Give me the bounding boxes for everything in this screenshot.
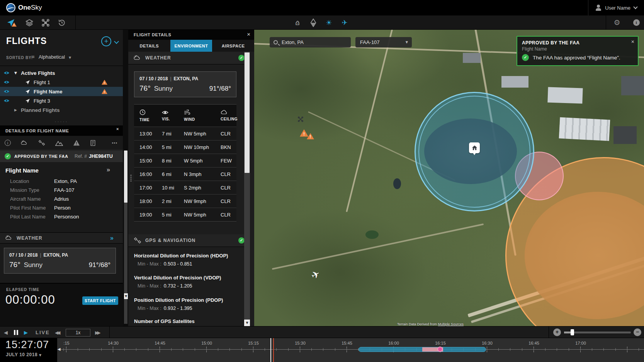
aircraft-layer-button[interactable]: ✈ [338, 15, 352, 30]
current-temp: 76° [9, 261, 20, 269]
timeline-collapse-button[interactable]: ◀ [58, 347, 61, 351]
flight-details-tabs: DETAILS ENVIRONMENT AIRSPACE [128, 40, 254, 52]
tab-airspace[interactable]: AIRSPACE [212, 40, 254, 52]
pause-button[interactable] [14, 326, 18, 338]
drone-icon [41, 19, 50, 27]
panel-resize-handle[interactable]: ····· [0, 119, 123, 124]
field-value: Exton, PA [54, 178, 77, 184]
terrain-attribution: Terrain Data Derived from Multiple Sourc… [397, 322, 464, 326]
terrain-tab-icon[interactable] [55, 140, 63, 146]
current-date[interactable]: JULY 10 2018 ▼ [6, 352, 42, 357]
map-warning-icon[interactable]: ! [300, 129, 308, 137]
weather-layer-button[interactable]: ☀ [322, 15, 336, 30]
collapse-caret-icon[interactable]: ▼ [14, 71, 17, 75]
weather-tab-icon[interactable] [21, 140, 28, 146]
alerts-tab-icon[interactable] [73, 140, 80, 146]
sort-icon: ≡ [31, 54, 35, 59]
tab-details[interactable]: DETAILS [128, 40, 170, 52]
map-zoom-slider[interactable] [564, 332, 631, 333]
zoom-in-button[interactable]: + [553, 328, 561, 336]
close-icon[interactable]: × [247, 31, 250, 37]
ref-label: Ref. # [75, 154, 87, 159]
flight-group-planned[interactable]: ▶ Planned Flights [0, 105, 123, 115]
add-flight-chevron-icon[interactable] [114, 39, 119, 44]
gps-section-bar[interactable]: GPS & NAVIGATION ✓ [128, 234, 250, 247]
expand-weather-chevron[interactable]: » [110, 235, 113, 242]
playback-speed[interactable]: 1x [66, 326, 90, 338]
flight-row-selected[interactable]: Flight Name ! [0, 87, 123, 96]
sidebar-scrollbar-thumb[interactable] [124, 151, 127, 203]
info-button[interactable]: i [630, 15, 643, 30]
flight-row-3[interactable]: Flight 3 [0, 96, 123, 105]
playhead-marker[interactable] [270, 338, 271, 362]
notes-tab-icon[interactable] [90, 140, 96, 146]
field-label: Mission Type [10, 187, 39, 193]
start-flight-button[interactable]: START FLIGHT [82, 296, 118, 305]
visibility-icon [162, 110, 168, 115]
flight-row-1[interactable]: Flight 1 ! [0, 78, 123, 87]
fast-forward-button[interactable]: ▶▶ [95, 326, 99, 338]
current-time-marker[interactable] [273, 338, 274, 362]
more-tabs-icon[interactable]: ••• [112, 140, 117, 145]
map-canvas[interactable]: ! ! ✈ FAA-107 ▼ APPROVED BY THE FAA Flig… [254, 30, 644, 326]
weather-section-bar[interactable]: WEATHER ✓ [128, 52, 250, 64]
flight-event-dot[interactable] [437, 347, 443, 352]
tick-label: 14:30 [108, 341, 119, 345]
panel-drag-handle[interactable] [130, 175, 132, 183]
gps-tab-icon[interactable] [38, 139, 45, 146]
live-label[interactable]: LIVE [36, 326, 50, 338]
map-building [501, 76, 528, 88]
panel-scrollbar-thumb[interactable] [245, 52, 250, 173]
tick-label: 17:00 [575, 341, 586, 345]
zoom-slider-handle[interactable] [571, 329, 574, 335]
sort-caret-icon[interactable]: ▼ [69, 56, 71, 59]
flight-group-active[interactable]: ▼ Active Flights [0, 68, 123, 78]
play-reverse-button[interactable]: ◀ [4, 326, 11, 338]
home-location-pin[interactable] [469, 142, 480, 153]
home-search-button[interactable]: ⌂ [291, 15, 304, 30]
add-flight-button[interactable]: + [101, 36, 111, 46]
sidebar-weather-header[interactable]: WEATHER » [0, 232, 123, 244]
expand-caret-icon[interactable]: ▶ [14, 108, 17, 112]
attribution-link[interactable]: Multiple Sources [438, 322, 464, 326]
visibility-eye-icon[interactable] [3, 99, 10, 103]
settings-button[interactable]: ⚙ [610, 15, 624, 30]
close-icon[interactable]: × [111, 127, 119, 131]
info-tab-icon[interactable]: i [5, 140, 11, 146]
compass-button[interactable] [306, 15, 320, 30]
drone-marker-icon[interactable] [297, 116, 304, 122]
sidebar-weather-card: 07 / 10 / 2018|EXTON, PA 76° Sunny 91°/6… [4, 248, 116, 274]
weather-row: 19:005 miNW 5mphCLR [134, 208, 236, 221]
tick-label: :15 [63, 341, 69, 345]
flight-tracking-button[interactable]: ! [4, 15, 18, 30]
user-menu[interactable]: User Name [588, 0, 644, 15]
drone-button[interactable] [39, 15, 53, 30]
sidebar-gutter: ▼ [123, 30, 128, 326]
search-input[interactable] [282, 39, 343, 45]
weather-row: 15:008 miW 5mphFEW [134, 154, 236, 167]
visibility-eye-icon[interactable] [3, 71, 10, 75]
close-icon[interactable]: × [631, 39, 634, 45]
expand-details-chevron[interactable]: » [107, 166, 109, 173]
sort-dropdown[interactable]: Alphabetical [39, 54, 65, 60]
mission-type-dropdown[interactable]: FAA-107 ▼ [355, 37, 412, 47]
map-building [613, 126, 637, 144]
layers-button[interactable] [22, 15, 36, 30]
play-button[interactable]: ▶ [24, 326, 31, 338]
sidebar-scrollbar-down-button[interactable]: ▼ [124, 293, 128, 299]
home-magnifier-icon [296, 21, 299, 24]
visibility-eye-icon[interactable] [3, 80, 10, 84]
map-search-box[interactable] [270, 37, 351, 47]
aircraft-marker-icon[interactable]: ✈ [309, 268, 321, 281]
panel-scrollbar-down-button[interactable]: ▼ [244, 320, 250, 326]
rewind-button[interactable]: ◀◀ [55, 326, 59, 338]
toast-message: The FAA has approved “Flight Name”. [533, 55, 620, 61]
timeline-ruler[interactable]: :15 14:30 14:45 15:00 15:15 15:30 15:45 … [57, 338, 644, 362]
tab-environment[interactable]: ENVIRONMENT [170, 40, 212, 52]
visibility-eye-icon[interactable] [3, 90, 10, 93]
map-pond [365, 230, 379, 239]
zoom-out-button[interactable]: − [634, 328, 641, 336]
timeline[interactable]: :15 14:30 14:45 15:00 15:15 15:30 15:45 … [0, 338, 644, 362]
check-circle-icon: ✓ [522, 54, 529, 61]
history-button[interactable] [55, 15, 69, 30]
